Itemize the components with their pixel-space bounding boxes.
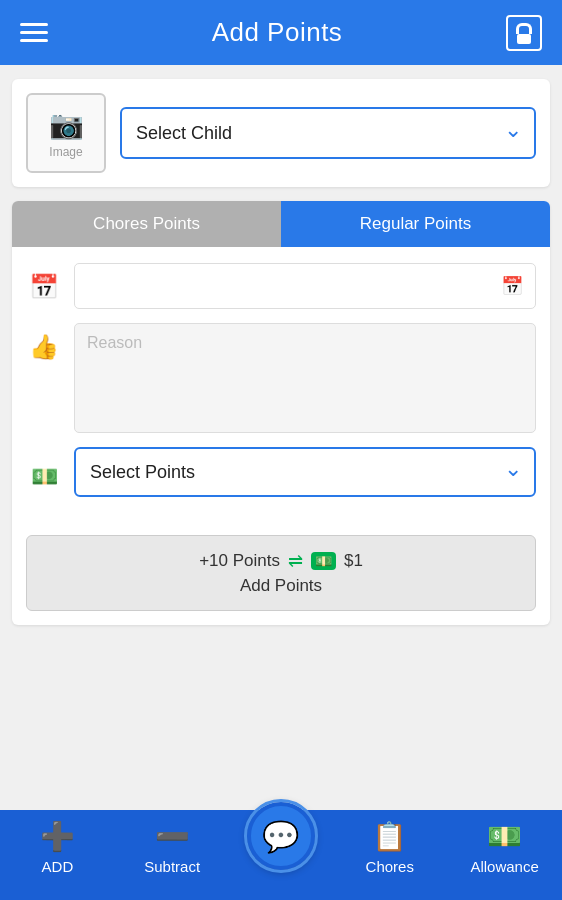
date-input-box[interactable]: 📅	[74, 263, 536, 309]
points-select-wrapper[interactable]: Select Points	[74, 447, 536, 497]
header: Add Points	[0, 0, 562, 65]
reason-row: 👍	[26, 323, 536, 433]
points-conversion-text: +10 Points	[199, 551, 280, 571]
nav-item-messages[interactable]: 💬	[247, 802, 315, 870]
nav-allowance-label: Allowance	[470, 858, 538, 875]
points-select[interactable]: Select Points	[74, 447, 536, 497]
allowance-icon: 💵	[487, 820, 522, 853]
points-conversion-info: +10 Points ⇌ 💵 $1	[37, 550, 525, 572]
calendar-small-icon: 📅	[501, 275, 523, 297]
tabs-header: Chores Points Regular Points	[12, 201, 550, 247]
add-points-label: Add Points	[37, 576, 525, 596]
nav-item-add[interactable]: ➕ ADD	[17, 820, 97, 875]
chores-icon: 📋	[372, 820, 407, 853]
camera-icon: 📷	[49, 108, 84, 141]
child-image-placeholder: 📷 Image	[26, 93, 106, 173]
nav-chores-label: Chores	[366, 858, 414, 875]
add-points-button[interactable]: +10 Points ⇌ 💵 $1 Add Points	[26, 535, 536, 611]
nav-item-chores[interactable]: 📋 Chores	[350, 820, 430, 875]
nav-item-subtract[interactable]: ➖ Subtract	[132, 820, 212, 875]
child-section: 📷 Image Select Child	[12, 79, 550, 187]
nav-item-allowance[interactable]: 💵 Allowance	[465, 820, 545, 875]
bottom-nav: ➕ ADD ➖ Subtract 💬 📋 Chores 💵 Allowance	[0, 810, 562, 900]
thumbsup-icon: 👍	[26, 329, 62, 365]
child-select[interactable]: Select Child	[120, 107, 536, 159]
chat-icon: 💬	[262, 819, 299, 854]
menu-icon[interactable]	[20, 23, 48, 42]
date-input[interactable]	[87, 277, 501, 295]
nav-add-label: ADD	[42, 858, 74, 875]
child-select-wrapper: Select Child	[120, 107, 536, 159]
page-title: Add Points	[212, 17, 343, 48]
tabs-section: Chores Points Regular Points 📅 📅 👍 💵 Sel	[12, 201, 550, 625]
exchange-icon: ⇌	[288, 550, 303, 572]
form-area: 📅 📅 👍 💵 Select Points	[12, 247, 550, 527]
image-label: Image	[49, 145, 82, 159]
calendar-icon: 📅	[26, 269, 62, 305]
lock-icon[interactable]	[506, 15, 542, 51]
reason-textarea[interactable]	[74, 323, 536, 433]
nav-subtract-label: Subtract	[144, 858, 200, 875]
date-row: 📅 📅	[26, 263, 536, 309]
subtract-icon: ➖	[155, 820, 190, 853]
child-select-box[interactable]: Select Child	[120, 107, 536, 159]
money-badge: 💵	[311, 552, 336, 570]
tab-regular-points[interactable]: Regular Points	[281, 201, 550, 247]
money-icon: 💵	[26, 459, 62, 495]
add-icon: ➕	[40, 820, 75, 853]
points-row: 💵 Select Points	[26, 447, 536, 497]
tab-chores-points[interactable]: Chores Points	[12, 201, 281, 247]
amount-text: $1	[344, 551, 363, 571]
